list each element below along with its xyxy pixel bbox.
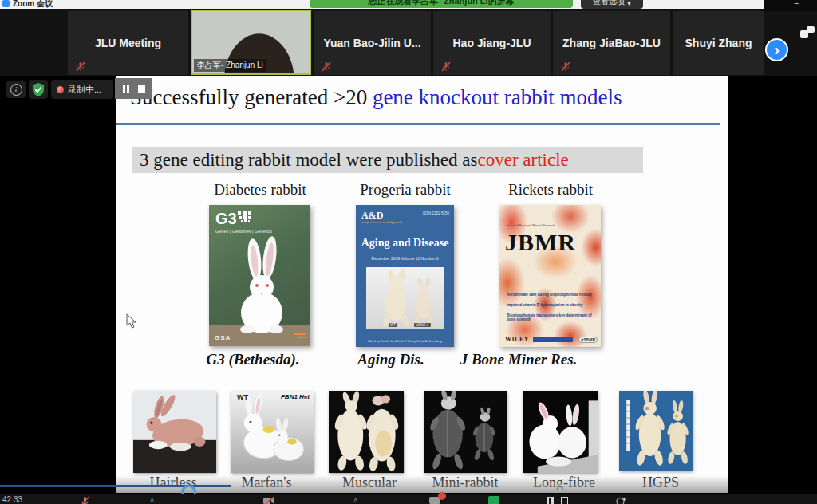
video-options-caret-icon[interactable]: ˄ <box>353 496 357 504</box>
cover-label: Progeria rabbit <box>334 181 477 199</box>
slide-title: Successfully generated >20 gene knockout… <box>130 85 622 110</box>
participant-name: Shuyi Zhang <box>685 37 752 49</box>
g3-rabbit-photo <box>209 205 310 346</box>
window-controls: − <box>764 0 817 11</box>
gallery-view-icon[interactable] <box>800 26 815 39</box>
participant-tile[interactable]: Shuyi Zhang <box>673 11 764 75</box>
ad-editors: Edited by: Kunlin Jin, Ashok K. Shetty, … <box>356 340 454 343</box>
next-participants-button[interactable]: › <box>765 38 788 61</box>
ad-issue: December 2019 Volume 10 Number 6 <box>356 256 454 261</box>
muscular-rabbits-photo <box>329 391 404 473</box>
view-options-label: 查看选项 <box>593 0 625 7</box>
mute-button-icon[interactable] <box>80 496 90 504</box>
g3-footer-accent <box>294 333 306 335</box>
zoom-app-icon <box>2 0 10 7</box>
participant-video-tile[interactable]: 李占军- Zhanjun Li <box>191 10 311 75</box>
participant-tile[interactable]: Yuan Bao-Jilin U... <box>314 11 431 75</box>
muted-mic-icon <box>561 61 570 72</box>
ad-title: Aging and Disease <box>356 237 454 250</box>
participant-strip: JLU Meeting 李占军- Zhanjun Li Yuan Bao-Jil… <box>0 9 817 76</box>
muted-mic-icon <box>76 61 85 72</box>
cover-label: Diabetes rabbit <box>188 181 332 199</box>
toolbar-stop-icon[interactable] <box>561 497 568 504</box>
ad-ko-tag: LMNA-/- <box>414 323 431 327</box>
pause-recording-button[interactable] <box>123 81 131 96</box>
title-underline <box>116 123 720 125</box>
journal-cover-aging-disease: A&D an open access scholarly journal ISS… <box>356 205 454 347</box>
jbmr-logo: JBMR <box>505 229 576 256</box>
share-screen-button-icon[interactable] <box>488 496 499 504</box>
jbmr-headline: Bisphosphonate transporters key determin… <box>507 313 594 321</box>
reactions-button-icon[interactable] <box>616 497 626 504</box>
caret-down-icon: ▾ <box>627 0 631 7</box>
participant-name: Zhang JiaBao-JLU <box>562 37 661 49</box>
wiley-logo: WILEY <box>505 336 529 343</box>
journal-cover-g3: G3 Genes | Genomes | Genetics <box>209 205 310 346</box>
ad-wt-tag: WT <box>389 323 397 327</box>
recording-label: 录制中... <box>68 84 101 96</box>
chevron-right-icon: › <box>774 41 780 57</box>
participant-tile[interactable]: Hao Jiang-JLU <box>433 11 551 75</box>
ad-issn: ISSN 2152-5250 <box>423 211 449 215</box>
jbmr-headline: Impaired vitamin D hydroxylation in obes… <box>507 303 594 307</box>
model-photo-hgps <box>619 391 693 471</box>
jbmr-footer-band <box>533 337 573 342</box>
security-button[interactable] <box>29 80 48 99</box>
ad-brand: A&D <box>361 210 383 222</box>
model-photo-marfans: WT FBN1 Het <box>231 391 314 473</box>
subtitle-black: 3 gene editing rabbit model were publish… <box>140 150 477 171</box>
participant-name: 李占军- Zhanjun Li <box>194 59 266 72</box>
model-photo-muscular <box>329 391 404 473</box>
slide-bottom-shade <box>116 475 728 493</box>
gsa-logo: GSA <box>215 334 231 341</box>
chat-notification-badge <box>438 492 446 500</box>
participant-name: JLU Meeting <box>95 37 161 49</box>
muted-mic-icon <box>441 61 451 72</box>
g3-footer-accent <box>297 337 306 338</box>
model-photo-hairless <box>133 391 216 473</box>
marfans-wt-tag: WT <box>237 393 248 401</box>
subtitle-red: cover article <box>477 150 568 171</box>
asbmr-logo: ASBMR <box>578 337 598 343</box>
participant-name: Yuan Bao-Jilin U... <box>323 37 420 49</box>
recording-indicator: 录制中... <box>51 80 113 99</box>
cover-label: Rickets rabbit <box>479 181 622 199</box>
participant-tile[interactable]: JLU Meeting <box>68 11 188 75</box>
cover-caption: G3 (Bethesda). <box>173 351 333 368</box>
ad-rabbit-photo: WT LMNA-/- <box>366 267 444 329</box>
app-title: Zoom 会议 <box>13 0 53 10</box>
participant-name: Hao Jiang-JLU <box>452 37 531 49</box>
recording-controls <box>115 78 152 99</box>
stop-recording-button[interactable] <box>138 81 145 96</box>
meeting-info-button[interactable]: i <box>6 81 26 98</box>
slide-subtitle: 3 gene editing rabbit model were publish… <box>132 147 643 173</box>
mic-options-caret-icon[interactable]: ˄ <box>150 496 154 504</box>
model-photo-long-fibre <box>523 391 598 473</box>
hairless-rabbit-photo <box>133 391 216 473</box>
marfans-fbn1-tag: FBN1 Het <box>281 393 310 400</box>
view-options-button[interactable]: 查看选项 ▾ <box>581 0 643 9</box>
meeting-toolbar: 42:33 ˄ ˄ <box>0 494 817 504</box>
screen-share-banner: 您正在观看李占军- Zhanjun Li的屏幕 <box>310 0 573 8</box>
shared-slide: Successfully generated >20 gene knockout… <box>116 76 728 493</box>
long-fibre-rabbits-photo <box>523 391 598 473</box>
record-dot-icon <box>57 86 64 93</box>
mini-rabbit-xray-photo <box>424 391 507 473</box>
footer-blue-line <box>0 485 231 487</box>
participant-tile[interactable]: Zhang JiaBao-JLU <box>553 11 670 75</box>
meeting-timer: 42:33 <box>2 495 22 504</box>
ad-open-access: an open access scholarly journal <box>361 221 402 224</box>
ad-rabbits-illustration <box>366 267 444 329</box>
cover-caption: J Bone Miner Res. <box>439 351 598 368</box>
minimize-button[interactable]: − <box>794 0 799 8</box>
mouse-cursor <box>126 313 137 329</box>
zoom-meeting-window: Zoom 会议 您正在观看李占军- Zhanjun Li的屏幕 查看选项 ▾ −… <box>0 0 817 504</box>
shield-check-icon <box>32 83 45 96</box>
marfans-rabbits-photo <box>231 391 314 473</box>
video-button-icon[interactable] <box>263 497 275 504</box>
info-icon: i <box>10 84 22 96</box>
toolbar-pause-icon[interactable] <box>547 497 554 504</box>
hgps-rabbits-photo <box>619 391 693 471</box>
jbmr-headline: Alendronate safe during bisphosphonate h… <box>507 293 594 297</box>
journal-cover-jbmr: Journal of Bone and Mineral Research JBM… <box>499 205 601 347</box>
